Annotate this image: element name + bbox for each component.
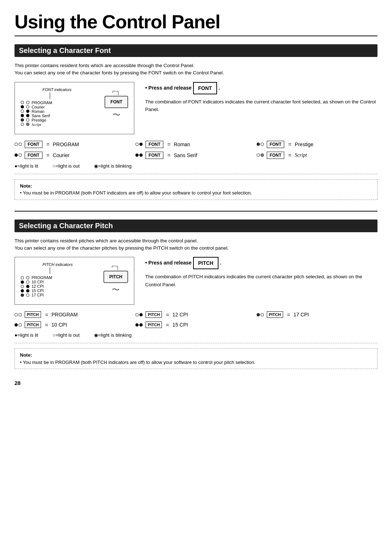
pitch-press-button[interactable]: PITCH	[193, 257, 219, 269]
pitch-combo-12cpi: PITCH = 12 CPI	[135, 311, 256, 318]
dot-dark-icon	[21, 294, 24, 297]
font-device: ⌐┐ FONT 〜	[105, 87, 128, 120]
dot-empty-icon	[26, 101, 29, 104]
dot-half-icon	[26, 123, 29, 126]
pitch-indicator-10cpi: 10 CPI	[21, 280, 93, 284]
font-instructions: • Press and release FONT . The combinati…	[145, 82, 377, 114]
dot-filled-icon	[139, 143, 143, 146]
font-combo-description: The combination of FONT indicators indic…	[145, 98, 377, 114]
combo-font-btn: FONT	[146, 152, 163, 159]
dot-filled-icon	[26, 289, 29, 292]
dot-empty-icon	[261, 313, 264, 316]
font-note-box: Note: • You must be in PROGRAM (both FON…	[15, 179, 377, 200]
dot-filled-icon	[26, 110, 29, 113]
device-connector-icon: ⌐┐	[112, 87, 121, 95]
font-note-text: • You must be in PROGRAM (both FONT indi…	[20, 190, 252, 196]
dot-empty-icon	[15, 313, 18, 316]
pitch-wave-icon: 〜	[112, 284, 120, 295]
dot-empty-icon	[26, 294, 29, 297]
pitch-combo-grid: PITCH = PROGRAM PITCH = 12 CPI PITCH = 1…	[15, 311, 377, 328]
indicator-roman: Roman	[21, 109, 94, 114]
pitch-indicator-17cpi: 17 CPI	[21, 293, 93, 297]
pitch-indicator-program: PROGRAM	[21, 275, 93, 280]
dot-empty-icon	[19, 153, 22, 157]
dot-empty-icon	[19, 143, 22, 146]
font-panel-area: FONT indicators PROGRAM Courier	[15, 82, 377, 134]
combo-font-btn: FONT	[146, 141, 163, 148]
combo-script: FONT = Script	[257, 152, 377, 159]
dot-empty-icon	[19, 323, 22, 327]
pitch-note-label: Note:	[20, 352, 32, 358]
pitch-note-box: Note: • You must be in PROGRAM (both PIT…	[15, 348, 377, 369]
pitch-section-heading: Selecting a Character Pitch	[15, 220, 377, 232]
font-panel-image: FONT indicators PROGRAM Courier	[21, 87, 128, 127]
combo-font-btn: FONT	[267, 141, 285, 148]
pitch-switch-button[interactable]: PITCH	[103, 271, 128, 283]
dot-dark-icon	[257, 313, 260, 316]
indicator-script: Script	[21, 122, 94, 127]
indicator-program: PROGRAM	[21, 101, 94, 105]
dot-filled-icon	[15, 323, 18, 327]
pitch-legend-lit: ●=light is lit	[15, 332, 38, 338]
dot-dark-icon	[21, 118, 24, 122]
pitch-note-text: • You must be in PROGRAM (both PITCH ind…	[20, 360, 256, 365]
font-indicators-list: FONT indicators PROGRAM Courier	[21, 87, 94, 127]
combo-program: FONT = PROGRAM	[15, 141, 135, 148]
pitch-indicators-list: PITCH indicators PROGRAM 10 CPI	[21, 262, 93, 297]
dot-empty-icon	[26, 118, 29, 122]
font-press-button[interactable]: FONT	[193, 82, 217, 94]
pitch-device: ⌐┐ PITCH 〜	[103, 262, 128, 295]
pitch-combo-17cpi: PITCH = 17 CPI	[257, 311, 377, 318]
font-combo-grid: FONT = PROGRAM FONT = Roman FONT = Prest…	[15, 141, 377, 159]
dot-empty-icon	[19, 313, 22, 316]
page-number: 28	[15, 380, 377, 386]
legend-out: ○=light is out	[53, 163, 79, 169]
combo-font-btn: FONT	[25, 141, 42, 148]
pitch-section: Selecting a Character Pitch This printer…	[15, 220, 377, 369]
dot-empty-icon	[21, 123, 24, 126]
dot-empty-icon	[21, 101, 24, 104]
font-panel-box: FONT indicators PROGRAM Courier	[15, 82, 134, 134]
dot-empty-icon	[21, 110, 24, 113]
dot-empty-icon	[135, 313, 139, 316]
font-note-divider	[15, 174, 377, 174]
combo-font-btn: FONT	[25, 152, 42, 159]
dot-filled-icon	[139, 313, 143, 316]
font-legend: ●=light is lit ○=light is out ◉=light is…	[15, 163, 377, 169]
indicator-courier: Courier	[21, 105, 94, 109]
dot-filled-icon	[139, 323, 143, 327]
pitch-panel-box: PITCH indicators PROGRAM 10 CPI	[15, 257, 134, 305]
dot-empty-icon	[26, 105, 29, 108]
combo-sansserif: FONT = Sans Serif	[135, 152, 256, 159]
device-wave-icon: 〜	[113, 110, 121, 120]
font-switch-button[interactable]: FONT	[105, 96, 128, 108]
indicator-prestige: Prestige	[21, 118, 94, 122]
dot-empty-icon	[261, 143, 264, 146]
combo-pitch-btn: PITCH	[25, 311, 41, 318]
dot-filled-icon	[135, 323, 139, 327]
dot-filled-icon	[26, 114, 29, 117]
font-section-heading: Selecting a Character Font	[15, 44, 377, 57]
combo-roman: FONT = Roman	[135, 141, 256, 148]
pitch-indicators-label: PITCH indicators	[42, 262, 93, 267]
dot-filled-icon	[21, 114, 24, 117]
dot-empty-icon	[15, 143, 18, 146]
page-title: Using the Control Panel	[15, 11, 377, 33]
pitch-combo-empty	[257, 321, 377, 328]
font-section: Selecting a Character Font This printer …	[15, 44, 377, 200]
pitch-combo-15cpi: PITCH = 15 CPI	[135, 321, 256, 328]
dot-half-icon	[261, 153, 264, 157]
combo-pitch-btn: PITCH	[146, 311, 162, 318]
dot-empty-icon	[26, 280, 29, 284]
font-intro: This printer contains resident fonts whi…	[15, 62, 377, 77]
pitch-combo-program: PITCH = PROGRAM	[15, 311, 135, 318]
font-indicators-label: FONT indicators	[42, 87, 94, 92]
combo-pitch-btn: PITCH	[267, 311, 283, 318]
legend-lit: ●=light is lit	[15, 163, 38, 169]
dot-empty-icon	[21, 276, 24, 279]
pitch-indicator-12cpi: 12 CPI	[21, 284, 93, 288]
combo-prestige: FONT = Prestige	[257, 141, 377, 148]
pitch-legend: ●=light is lit ○=light is out ◉=light is…	[15, 332, 377, 338]
dot-filled-icon	[135, 153, 139, 157]
pitch-connector-icon: ⌐┐	[111, 262, 120, 270]
